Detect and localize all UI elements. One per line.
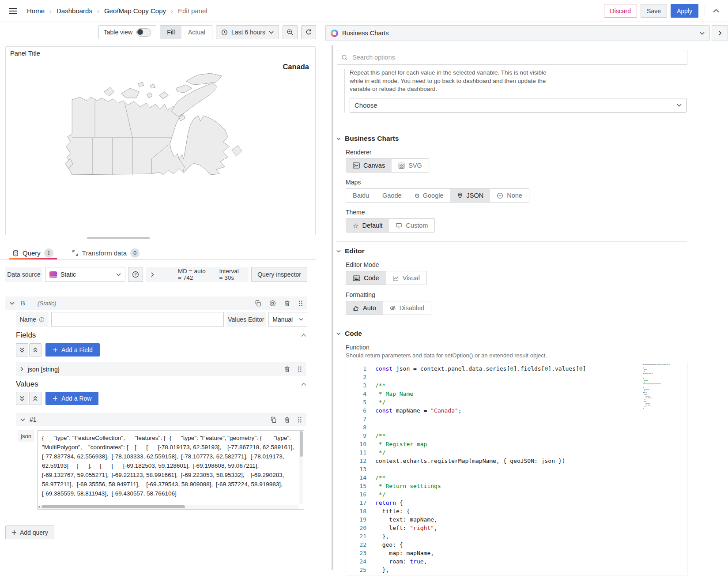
maps-option-none[interactable]: None [490, 189, 529, 202]
code-line[interactable]: 20 left: "right", [346, 524, 687, 532]
editor-mode-option-visual[interactable]: Visual [386, 271, 426, 285]
formatting-option-disabled[interactable]: Disabled [383, 301, 431, 315]
copy-query-icon[interactable] [255, 300, 261, 307]
code-line[interactable]: 10 * Register map [346, 440, 687, 448]
expand-all-fields-button[interactable] [29, 343, 41, 357]
code-minimap[interactable] [643, 364, 682, 410]
breadcrumb-dashboards[interactable]: Dashboards [57, 7, 92, 15]
tab-transform-data[interactable]: Transform data 0 [68, 245, 143, 259]
code-line[interactable]: 19 text: mapName, [346, 515, 687, 524]
code-line[interactable]: 14/** [346, 473, 687, 482]
drag-handle-icon[interactable] [298, 417, 302, 423]
section-code[interactable]: Code [336, 330, 687, 338]
actual-option[interactable]: Actual [181, 26, 212, 39]
code-line[interactable]: 7 [346, 415, 687, 423]
code-line[interactable]: 17return { [346, 499, 687, 507]
breadcrumb-home[interactable]: Home [27, 7, 45, 15]
expand-all-rows-button[interactable] [29, 392, 41, 405]
table-view-toggle[interactable] [136, 28, 151, 37]
add-row-button[interactable]: Add a Row [45, 392, 98, 405]
maps-option-json[interactable]: JSON [450, 189, 490, 202]
code-line[interactable]: 25 }, [346, 566, 687, 574]
scroll-left-arrow-icon[interactable]: ◂ [38, 505, 41, 509]
theme-option-default[interactable]: ☆ Default [346, 219, 389, 232]
maps-option-google[interactable]: G Google [408, 189, 450, 202]
code-line[interactable]: 4 * Map Name [346, 390, 687, 398]
tab-query[interactable]: Query 1 [9, 245, 57, 259]
time-range-picker[interactable]: Last 6 hours [216, 25, 279, 39]
code-line[interactable]: 6const mapName = "Canada"; [346, 406, 687, 415]
json-value-text[interactable]: { "type": "FeatureCollection", "features… [38, 431, 298, 504]
delete-field-icon[interactable] [284, 366, 290, 372]
json-value-editor[interactable]: { "type": "FeatureCollection", "features… [37, 430, 304, 510]
query-name-input[interactable] [51, 312, 224, 327]
code-line[interactable]: 24 roam: true, [346, 557, 687, 566]
renderer-option-canvas[interactable]: Canvas [346, 159, 392, 172]
collapse-all-rows-button[interactable] [16, 392, 28, 405]
code-line[interactable]: 2 [346, 373, 687, 381]
drag-handle-icon[interactable] [298, 366, 302, 372]
code-line[interactable]: 26} [346, 574, 687, 575]
json-vertical-scrollbar[interactable] [299, 431, 303, 504]
repeat-variable-select[interactable]: Choose [350, 98, 687, 113]
datasource-help-button[interactable] [128, 267, 143, 282]
drag-handle-icon[interactable] [298, 300, 303, 307]
delete-row-icon[interactable] [284, 417, 290, 423]
theme-option-custom[interactable]: Custom [389, 219, 434, 232]
json-horizontal-scrollbar[interactable]: ◂ [38, 505, 298, 509]
breadcrumb-dashboard-name[interactable]: Geo/Map Copy Copy [104, 7, 166, 15]
collapse-section-icon[interactable] [301, 334, 306, 337]
code-line[interactable]: 8 [346, 423, 687, 432]
editor-mode-option-code[interactable]: Code [346, 271, 386, 285]
datasource-picker[interactable]: Static [45, 267, 125, 282]
zoom-out-button[interactable] [283, 25, 298, 39]
code-line[interactable]: 21 }, [346, 532, 687, 540]
code-line[interactable]: 9/** [346, 432, 687, 440]
code-editor[interactable]: 1const json = context.panel.data.series[… [346, 362, 687, 575]
code-line[interactable]: 15 * Return settiings [346, 482, 687, 490]
refresh-button[interactable] [301, 25, 316, 39]
code-line[interactable]: 18 title: { [346, 507, 687, 515]
discard-button[interactable]: Discard [604, 4, 637, 18]
delete-query-icon[interactable] [284, 300, 290, 307]
apply-button[interactable]: Apply [671, 4, 698, 18]
maps-option-gaode[interactable]: Gaode [376, 189, 408, 202]
query-inspector-button[interactable]: Query inspector [251, 267, 307, 282]
code-line[interactable]: 1const json = context.panel.data.series[… [346, 364, 687, 373]
code-line[interactable]: 23 map: mapName, [346, 549, 687, 557]
canada-map[interactable] [50, 72, 249, 205]
section-editor[interactable]: Editor [336, 247, 687, 255]
add-query-button[interactable]: Add query [5, 525, 54, 539]
renderer-option-svg[interactable]: SVG [392, 159, 429, 172]
code-line[interactable]: 16 */ [346, 490, 687, 499]
code-line[interactable]: 12context.echarts.registerMap(mapName, {… [346, 457, 687, 465]
maps-option-baidu[interactable]: Baidu [346, 189, 376, 202]
menu-icon[interactable] [7, 6, 19, 16]
collapse-topbar-icon[interactable] [711, 7, 721, 15]
collapse-all-fields-button[interactable] [16, 343, 28, 357]
code-line[interactable]: 11 */ [346, 448, 687, 457]
section-business-charts[interactable]: Business Charts [336, 135, 687, 143]
chevron-down-icon[interactable] [20, 418, 25, 421]
code-line[interactable]: 22 geo: { [346, 540, 687, 549]
fill-option[interactable]: Fill [160, 26, 181, 39]
copy-row-icon[interactable] [270, 417, 277, 423]
add-field-button[interactable]: Add a Field [45, 343, 100, 357]
hide-response-icon[interactable] [269, 300, 276, 307]
values-editor-select[interactable]: Manual [268, 312, 307, 327]
chevron-right-icon[interactable] [20, 367, 23, 372]
formatting-option-auto[interactable]: Auto [346, 301, 383, 315]
options-search[interactable] [337, 50, 687, 65]
chevron-right-icon[interactable] [151, 272, 154, 277]
pane-resize-handle[interactable] [87, 237, 150, 239]
options-search-input[interactable] [351, 53, 683, 61]
save-button[interactable]: Save [641, 4, 667, 18]
code-line[interactable]: 5 */ [346, 398, 687, 406]
code-line[interactable]: 3/** [346, 381, 687, 390]
collapse-options-pane-button[interactable] [712, 25, 728, 41]
code-line[interactable]: 13 [346, 465, 687, 473]
chevron-down-icon[interactable] [10, 302, 15, 305]
help-icon [132, 271, 139, 278]
collapse-section-icon[interactable] [301, 383, 306, 386]
visualization-picker[interactable]: Business Charts [325, 25, 710, 41]
